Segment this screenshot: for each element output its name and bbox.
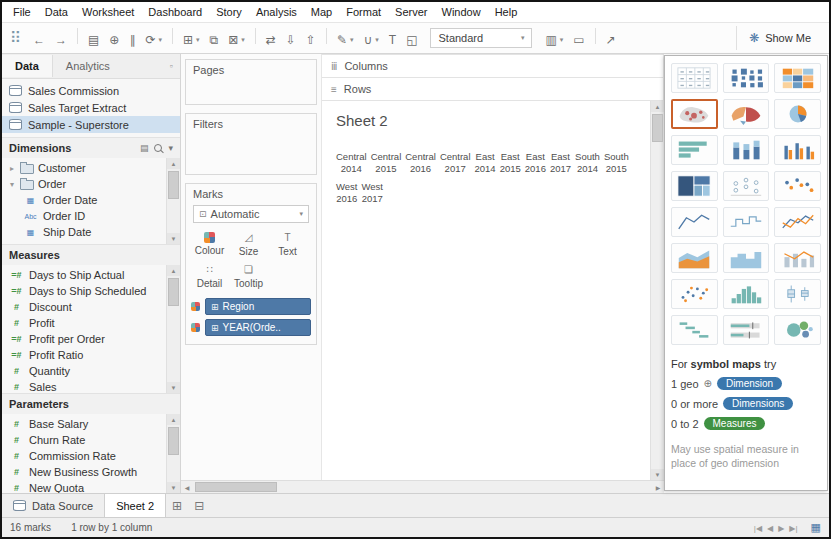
new-data-source-button[interactable]: ⊕: [105, 31, 123, 49]
new-dashboard-tab-button[interactable]: ⊟: [188, 494, 210, 517]
canvas-horizontal-scrollbar[interactable]: ◀ ▶: [181, 480, 664, 493]
dimensions-scrollbar[interactable]: ▲ ▼: [166, 158, 180, 244]
showme-scatter-plot[interactable]: [671, 279, 718, 309]
chevron-collapsed-icon[interactable]: ▸: [8, 164, 16, 173]
view-mode-select[interactable]: Standard ▾: [430, 28, 532, 48]
field-profit-ratio[interactable]: =#Profit Ratio: [2, 347, 166, 363]
scrollbar-thumb[interactable]: [168, 278, 179, 306]
pane-pin-icon[interactable]: ▫: [170, 61, 180, 71]
showme-text-table[interactable]: [671, 63, 718, 93]
field-quantity[interactable]: #Quantity: [2, 363, 166, 379]
swap-rows-columns-button[interactable]: ⇄: [262, 31, 280, 49]
scroll-up-icon[interactable]: ▲: [167, 265, 180, 276]
field-discount[interactable]: #Discount: [2, 299, 166, 315]
scroll-left-icon[interactable]: ◀: [181, 484, 193, 491]
scroll-down-icon[interactable]: ▼: [167, 482, 180, 493]
showme-area-continuous[interactable]: [671, 243, 718, 273]
showme-gantt[interactable]: [671, 315, 718, 345]
chevron-expanded-icon[interactable]: ▾: [8, 180, 16, 189]
search-icon[interactable]: [154, 144, 162, 152]
clear-sheet-button[interactable]: ⊠▾: [224, 31, 249, 49]
new-worksheet-button[interactable]: ⊞▾: [179, 31, 204, 49]
field-days-to-ship-actual[interactable]: =#Days to Ship Actual: [2, 267, 166, 283]
showme-area-discrete[interactable]: [723, 243, 770, 273]
showme-bullet-graph[interactable]: [723, 315, 770, 345]
showme-circle-views[interactable]: [723, 171, 770, 201]
data-source-sales-commission[interactable]: Sales Commission: [2, 82, 180, 99]
scrollbar-thumb[interactable]: [168, 427, 179, 455]
scroll-down-icon[interactable]: ▼: [651, 469, 664, 480]
pages-shelf[interactable]: Pages: [185, 59, 317, 105]
scroll-up-icon[interactable]: ▲: [167, 414, 180, 425]
showme-dual-lines[interactable]: [774, 207, 821, 237]
marks-size-button[interactable]: ◿Size: [229, 228, 268, 260]
dimensions-menu-caret-icon[interactable]: ▾: [168, 143, 173, 153]
parameter-base-salary[interactable]: #Base Salary: [2, 416, 166, 432]
pill-context-icon[interactable]: ⊞: [211, 323, 219, 333]
menu-dashboard[interactable]: Dashboard: [141, 4, 209, 20]
showme-side-by-side-circles[interactable]: [774, 171, 821, 201]
field-customer[interactable]: ▸Customer: [2, 160, 166, 176]
menu-data[interactable]: Data: [38, 4, 75, 20]
menu-file[interactable]: File: [6, 4, 38, 20]
show-me-button[interactable]: ❋ Show Me: [736, 26, 823, 50]
scrollbar-thumb[interactable]: [195, 482, 277, 492]
field-order-date[interactable]: ▦Order Date: [2, 192, 166, 208]
scrollbar-thumb[interactable]: [652, 114, 663, 142]
showme-side-by-side-bars[interactable]: [774, 135, 821, 165]
history-nav-2[interactable]: ▶: [778, 524, 784, 533]
showme-horizontal-bars[interactable]: [671, 135, 718, 165]
scroll-down-icon[interactable]: ▼: [167, 382, 180, 393]
field-sales[interactable]: #Sales: [2, 379, 166, 393]
pill-context-icon[interactable]: ⊞: [211, 302, 219, 312]
showme-continuous-lines[interactable]: [671, 207, 718, 237]
marks-text-button[interactable]: TText: [268, 228, 307, 260]
menu-map[interactable]: Map: [304, 4, 339, 20]
showme-histogram[interactable]: [723, 279, 770, 309]
show-me-status-icon[interactable]: ▦: [811, 521, 821, 534]
menu-story[interactable]: Story: [209, 4, 249, 20]
data-source-sales-target-extract[interactable]: Sales Target Extract: [2, 99, 180, 116]
columns-shelf[interactable]: ⅲ Columns: [322, 54, 664, 78]
pill-region[interactable]: ⊞Region: [205, 298, 311, 315]
pause-auto-updates-button[interactable]: ∥: [125, 31, 139, 49]
tab-data-source[interactable]: Data Source: [2, 494, 105, 517]
parameters-scrollbar[interactable]: ▲ ▼: [166, 414, 180, 493]
filters-shelf[interactable]: Filters: [185, 113, 317, 175]
pill-year-orde[interactable]: ⊞YEAR(Orde..: [205, 319, 311, 336]
view-data-icon[interactable]: ▤: [140, 143, 149, 153]
menu-analysis[interactable]: Analysis: [249, 4, 304, 20]
menu-help[interactable]: Help: [488, 4, 525, 20]
scroll-down-icon[interactable]: ▼: [167, 233, 180, 244]
showme-box-and-whisker[interactable]: [774, 279, 821, 309]
parameter-new-quota[interactable]: #New Quota: [2, 480, 166, 493]
sheet-view[interactable]: Sheet 2 Central2014Central2015Central201…: [322, 101, 650, 480]
showme-discrete-lines[interactable]: [723, 207, 770, 237]
field-ship-date[interactable]: ▦Ship Date: [2, 224, 166, 240]
fix-axes-button[interactable]: ◱: [402, 31, 421, 49]
history-nav-1[interactable]: ◀: [767, 524, 773, 533]
tab-analytics[interactable]: Analytics: [53, 55, 123, 77]
scroll-right-icon[interactable]: ▶: [652, 484, 664, 491]
undo-button[interactable]: ←: [29, 31, 49, 49]
menu-window[interactable]: Window: [435, 4, 488, 20]
showme-dual-combination[interactable]: [774, 243, 821, 273]
run-auto-updates-button[interactable]: ⟳▾: [141, 31, 166, 49]
rows-shelf[interactable]: ≡ Rows: [322, 78, 664, 101]
share-workbook-button[interactable]: ↗: [602, 31, 620, 49]
field-order-id[interactable]: AbcOrder ID: [2, 208, 166, 224]
presentation-mode-button[interactable]: ▭: [569, 31, 588, 49]
field-days-to-ship-scheduled[interactable]: =#Days to Ship Scheduled: [2, 283, 166, 299]
scrollbar-thumb[interactable]: [168, 171, 179, 199]
measures-scrollbar[interactable]: ▲ ▼: [166, 265, 180, 393]
showme-highlight-table[interactable]: [774, 63, 821, 93]
save-button[interactable]: ▤: [84, 31, 103, 49]
showme-heat-map[interactable]: [723, 63, 770, 93]
duplicate-sheet-button[interactable]: ⧉: [206, 31, 223, 49]
new-worksheet-tab-button[interactable]: ⊞: [166, 494, 188, 517]
showme-filled-map[interactable]: [723, 99, 770, 129]
data-source-sample-superstore[interactable]: Sample - Superstore: [2, 116, 180, 133]
canvas-vertical-scrollbar[interactable]: ▲ ▼: [650, 101, 664, 480]
redo-button[interactable]: →: [51, 31, 71, 49]
show-mark-labels-button[interactable]: T: [385, 31, 400, 49]
